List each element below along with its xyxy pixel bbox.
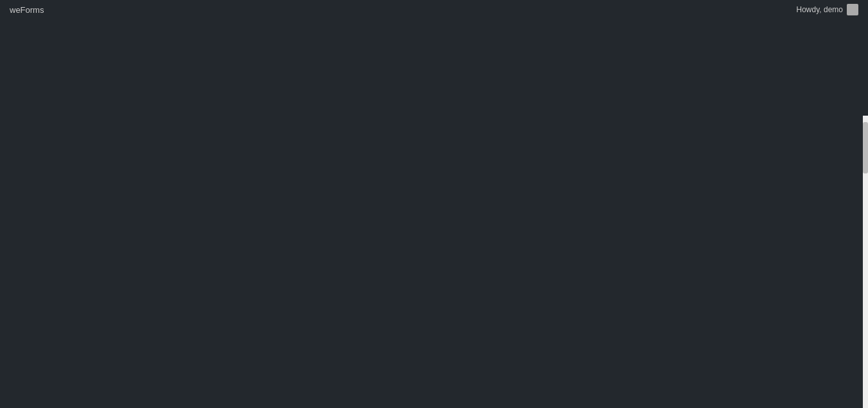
admin-avatar	[847, 4, 858, 15]
admin-bar-site-name: weForms	[10, 5, 44, 15]
admin-bar: weForms Howdy, demo	[0, 0, 868, 19]
howdy-section: Howdy, demo	[797, 4, 858, 15]
howdy-text: Howdy, demo	[797, 5, 843, 14]
